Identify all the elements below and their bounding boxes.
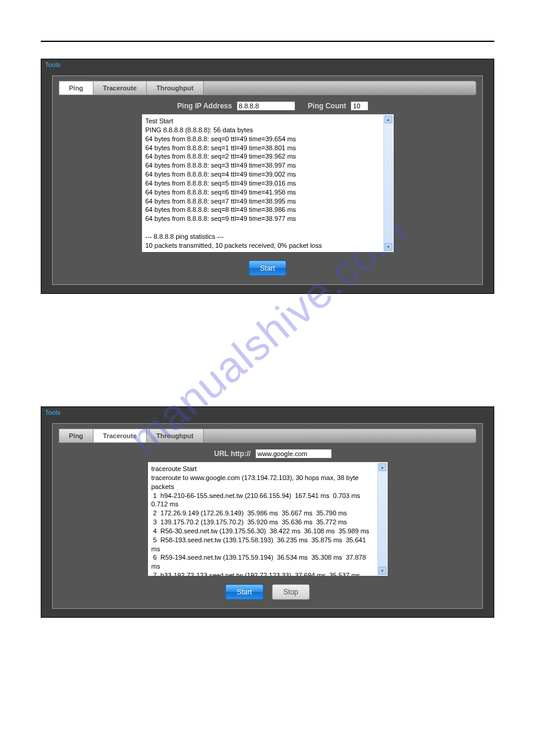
tools-title: Tools	[41, 59, 494, 69]
tab-throughput-2[interactable]: Throughput	[147, 429, 204, 443]
tab-filler	[204, 81, 476, 95]
tab-traceroute[interactable]: Traceroute	[93, 81, 147, 95]
traceroute-url-input[interactable]	[255, 449, 332, 459]
traceroute-stop-button[interactable]: Stop	[272, 584, 310, 600]
ping-form-row: Ping IP Address Ping Count	[59, 101, 476, 111]
tab-row-2: Ping Traceroute Throughput	[59, 429, 476, 443]
scroll-up-icon-2[interactable]: ▴	[379, 463, 386, 471]
tab-throughput[interactable]: Throughput	[147, 81, 204, 95]
ping-output[interactable]: ▴ ▾ Test Start PING 8.8.8.8 (8.8.8.8): 5…	[142, 114, 394, 252]
tab-traceroute-2[interactable]: Traceroute	[93, 429, 147, 443]
ping-ip-label: Ping IP Address	[177, 102, 232, 110]
ping-count-input[interactable]	[350, 101, 368, 111]
tab-filler-2	[204, 429, 476, 443]
traceroute-frame: Ping Traceroute Throughput URL http:// ▴…	[52, 423, 483, 609]
traceroute-output[interactable]: ▴ ▾ traceroute Start traceroute to www.g…	[148, 462, 388, 576]
ping-start-button[interactable]: Start	[249, 260, 286, 276]
scroll-down-icon[interactable]: ▾	[385, 243, 392, 251]
page-top-rule	[41, 41, 494, 42]
tab-ping-2[interactable]: Ping	[59, 429, 93, 443]
traceroute-form-row: URL http://	[59, 449, 476, 459]
ping-frame: Ping Traceroute Throughput Ping IP Addre…	[52, 75, 483, 285]
traceroute-output-text: traceroute Start traceroute to www.googl…	[152, 464, 384, 576]
tab-ping[interactable]: Ping	[59, 81, 93, 95]
tools-panel-ping: Tools Ping Traceroute Throughput Ping IP…	[41, 59, 494, 294]
tab-row: Ping Traceroute Throughput	[59, 81, 476, 95]
tools-panel-traceroute: Tools Ping Traceroute Throughput URL htt…	[41, 406, 494, 618]
traceroute-start-button[interactable]: Start	[225, 584, 263, 600]
tools-title-2: Tools	[41, 407, 494, 417]
scroll-up-icon[interactable]: ▴	[385, 116, 392, 123]
ping-output-text: Test Start PING 8.8.8.8 (8.8.8.8): 56 da…	[146, 117, 390, 252]
ping-count-label: Ping Count	[308, 102, 346, 110]
ping-ip-input[interactable]	[237, 101, 295, 111]
traceroute-url-label: URL http://	[214, 450, 250, 458]
scroll-down-icon-2[interactable]: ▾	[379, 567, 386, 575]
